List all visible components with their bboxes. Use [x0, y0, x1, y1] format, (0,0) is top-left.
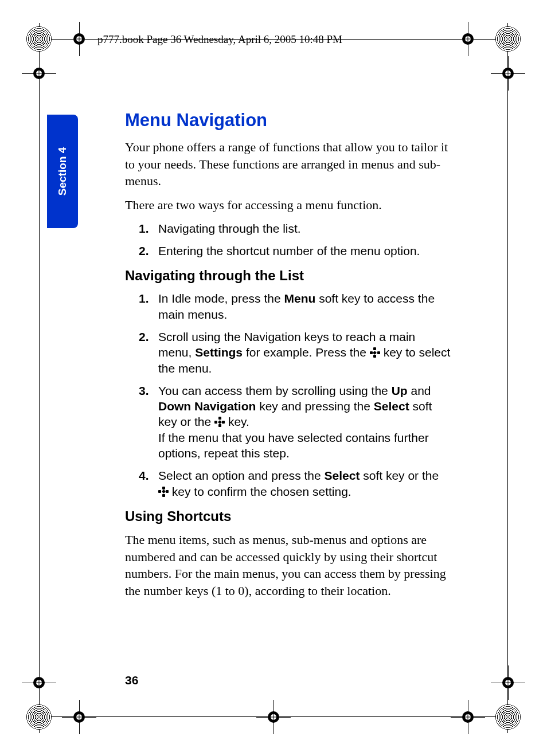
list-text: Scroll using the Navigation keys to reac…: [158, 330, 450, 375]
list-item: 4. Select an option and press the Select…: [158, 468, 452, 499]
subheading-shortcuts: Using Shortcuts: [125, 508, 452, 524]
navigating-steps-list: 1. In Idle mode, press the Menu soft key…: [125, 291, 452, 499]
registration-circle-icon: [495, 704, 521, 730]
section-tab-label: Section 4: [56, 147, 69, 195]
registration-mark-icon: [263, 707, 284, 727]
intro-paragraph-1: Your phone offers a range of functions t…: [125, 139, 452, 190]
list-text: Navigating through the list.: [158, 222, 301, 235]
page-content: Menu Navigation Your phone offers a rang…: [125, 110, 452, 606]
list-number: 2.: [139, 243, 149, 258]
list-text: You can access them by scrolling using t…: [158, 384, 432, 460]
intro-paragraph-2: There are two ways for accessing a menu …: [125, 197, 452, 214]
registration-circle-icon: [495, 26, 521, 52]
list-item: 2. Entering the shortcut number of the m…: [158, 243, 452, 258]
access-methods-list: 1. Navigating through the list. 2. Enter…: [125, 221, 452, 259]
crop-line-left: [39, 23, 40, 733]
registration-mark-icon: [29, 672, 49, 693]
registration-mark-icon: [458, 29, 478, 49]
section-tab: Section 4: [47, 115, 78, 228]
registration-circle-icon: [26, 704, 52, 730]
list-number: 1.: [139, 291, 149, 306]
list-number: 4.: [139, 468, 149, 483]
subheading-navigating: Navigating through the List: [125, 268, 452, 284]
running-header: p777.book Page 36 Wednesday, April 6, 20…: [97, 33, 342, 46]
ok-key-icon: [158, 487, 169, 497]
list-item: 1. Navigating through the list.: [158, 221, 452, 236]
list-item: 1. In Idle mode, press the Menu soft key…: [158, 291, 452, 322]
list-text: Select an option and press the Select so…: [158, 469, 439, 498]
registration-mark-icon: [458, 707, 478, 727]
registration-circle-icon: [26, 26, 52, 52]
registration-mark-icon: [29, 63, 49, 84]
list-item: 3. You can access them by scrolling usin…: [158, 383, 452, 461]
registration-mark-icon: [498, 672, 518, 693]
list-number: 2.: [139, 329, 149, 344]
list-number: 1.: [139, 221, 149, 236]
list-text: Entering the shortcut number of the menu…: [158, 244, 420, 257]
page-title: Menu Navigation: [125, 110, 452, 131]
list-item: 2. Scroll using the Navigation keys to r…: [158, 329, 452, 376]
list-number: 3.: [139, 383, 149, 398]
registration-mark-icon: [69, 29, 89, 49]
list-text: In Idle mode, press the Menu soft key to…: [158, 292, 435, 320]
ok-key-icon: [214, 417, 225, 427]
page-number: 36: [125, 673, 138, 687]
registration-mark-icon: [69, 707, 89, 727]
registration-mark-icon: [498, 63, 518, 84]
shortcuts-paragraph: The menu items, such as menus, sub-menus…: [125, 531, 452, 600]
ok-key-icon: [370, 347, 380, 358]
crop-line-right: [507, 23, 508, 733]
